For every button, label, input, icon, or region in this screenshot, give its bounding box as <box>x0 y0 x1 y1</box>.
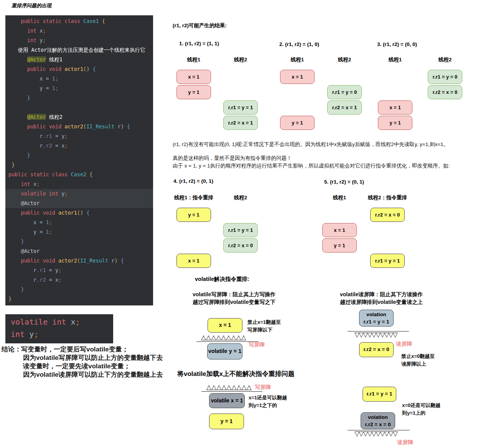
code-line: volatile int y; <box>5 189 153 199</box>
read-barrier-label: 读屏障 <box>396 341 412 348</box>
step-box: x = 1 <box>176 254 211 268</box>
scenario-3-header: 3. (r1, r2) = (0, 0) <box>377 41 417 47</box>
read-barrier-desc: volatile读屏障：阻止其下方读操作 越过读屏障排到volatile变量读之… <box>340 290 423 306</box>
bottom-write-note-line1: x=1还是可以翻越 <box>249 394 287 402</box>
read-barrier-rr2-box: r.r2 = x = 0 <box>359 342 394 357</box>
code-line: @Actor 线程1 <box>8 55 153 64</box>
java-code-case1-case2: public static class Case1 { int x; int y… <box>5 15 153 305</box>
reordering-notes-page: 重排序问题的出现 public static class Case1 { int… <box>0 0 478 448</box>
bottom-read-note-line1: x=0还是可以翻越 <box>402 402 440 409</box>
write-barrier-desc: volatile写屏障：阻止其上方写操作 越过写屏障排到volatile变量写之… <box>193 290 275 306</box>
code-line: 使用 Actor注解的方法压测是会创建一个线程来执行它 <box>8 45 153 55</box>
bottom-volatile-x-box: volatile x = 1 <box>209 393 245 408</box>
scenario-5-header: 5. (r1, r2) = (0, 1) <box>324 179 364 185</box>
code-line: public void actor2(II_Result r) { <box>8 256 153 266</box>
step-box: r.r1 = y = 1 <box>370 254 405 268</box>
read-barrier-line: ▽▽▽▽▽▽▽▽▽▽ <box>348 331 409 338</box>
write-barrier-note-line1: 禁止x=1翻越至 <box>247 318 281 326</box>
step-box: r.r1 = y = 1 <box>223 223 258 237</box>
write-barrier-volatile-box: volatile y = 1 <box>207 343 242 359</box>
volatile-section-title: volatile解决指令重排: <box>195 276 249 283</box>
code-line: } <box>8 285 153 294</box>
conclusion-line-1: 结论：写变量时，一定要后写volatile变量； <box>2 345 129 354</box>
step-box: x = 1 <box>322 223 357 237</box>
read-barrier-triangles-icon: ▽▽▽▽▽▽▽▽▽▽ <box>354 331 397 338</box>
code-line: int x; <box>8 179 153 189</box>
bottom-volation-box: volation r.r2 = x = 0 <box>361 412 395 429</box>
bottom-write-note-line2: 到y=1之下的 <box>249 402 287 409</box>
code-line: public void actor2(II_Result r) { <box>8 122 153 131</box>
scenario-4-diagram: 线程1：指令重排线程2y = 1r.r1 = y = 1r.r2 = x = 0… <box>176 194 265 275</box>
analysis-line-2: 真的是这样的吗，显然不是因为有指令重排的问题！ <box>173 155 292 162</box>
thread-label: 线程2 <box>234 194 247 201</box>
thread-label: 线程2 <box>234 56 247 63</box>
code-line: public static class Case1 { <box>8 16 153 26</box>
read-barrier-desc-line1: volatile读屏障：阻止其下方读操作 <box>340 290 423 298</box>
step-box: r.r1 = y = 0 <box>327 85 362 99</box>
write-barrier-desc-line2: 越过写屏障排到volatile变量写之下 <box>193 298 275 306</box>
bottom-write-barrier-line: △△△△△△△△△ <box>201 383 262 392</box>
step-box: x = 1 <box>378 100 412 115</box>
thread-label: 线程1：指令重排 <box>174 194 213 201</box>
code-line: @Actor <box>8 246 153 256</box>
code-line <box>8 103 153 112</box>
code-line: y = 1; <box>8 227 153 237</box>
scenario-4-header: 4. (r1, r2) = (0, 1) <box>173 178 213 184</box>
write-barrier-desc-line1: volatile写屏障：阻止其上方写操作 <box>193 290 275 298</box>
thread-label: 线程1 <box>389 56 402 63</box>
code-line: volatile int x; <box>11 316 113 328</box>
conclusion-line-4: 因为volatile读屏障可以防止下方的变量翻越上去 <box>23 371 163 379</box>
bottom-read-barrier-label: 读屏障 <box>397 439 413 446</box>
read-barrier-desc-line2: 越过读屏障排到volatile变量读之上 <box>340 298 423 306</box>
code-line: } <box>8 160 153 170</box>
scenario-2-header: 2. (r1, r2) = (1, 0) <box>279 41 319 47</box>
code-line: r.r2 = x; <box>8 141 153 151</box>
step-box: r.r2 = x = 1 <box>223 116 258 130</box>
bottom-read-barrier-triangles-icon: ▽▽▽▽▽▽▽▽▽▽ <box>354 430 397 437</box>
code-line: } <box>8 93 153 103</box>
thread-label: 线程2 <box>438 56 452 63</box>
step-box: x = 1 <box>280 70 315 84</box>
write-barrier-x1-box: x = 1 <box>208 318 242 333</box>
code-line: public void actor1() { <box>8 64 153 74</box>
thread-label: 线程2：指令重排 <box>368 194 407 201</box>
write-barrier-triangles-icon: △△△△△△△△△ <box>196 333 246 341</box>
step-box: x = 1 <box>176 70 211 84</box>
code-line: } <box>8 237 153 246</box>
code-line: } <box>8 151 153 160</box>
step-box: r.r1 = y = 1 <box>223 100 258 115</box>
code-line: int y; <box>8 36 153 45</box>
bottom-read-barrier-line: ▽▽▽▽▽▽▽▽▽▽ <box>348 430 410 437</box>
analysis-line-1: (r1, r2)有没有可能出现(0, 1)呢:正常情况下是不会出现的。因为线程1… <box>173 141 448 148</box>
thread-label: 线程2 <box>338 56 351 63</box>
bottom-read-note-line2: 到y=1上的 <box>402 409 440 417</box>
bottom-section-title: 将volatile加载x上不能解决指令重排问题 <box>177 369 295 378</box>
bottom-write-barrier-note: x=1还是可以翻越 到y=1之下的 <box>249 394 287 409</box>
scenario-1-diagram: 线程1线程2x = 1y = 1r.r1 = y = 1r.r2 = x = 1 <box>176 56 265 137</box>
write-barrier-note: 禁止x=1翻越至 写屏障以下 <box>247 318 281 334</box>
code-line: @Actor <box>5 199 153 208</box>
code-line: public static class Case2 { <box>8 170 153 179</box>
read-barrier-note: 禁止x=0翻越至 读屏障以上 <box>401 353 435 368</box>
code-line: r.r2 = x; <box>8 275 153 285</box>
bottom-write-barrier-triangles-icon: △△△△△△△△△ <box>201 383 252 391</box>
step-box: y = 1 <box>176 208 211 222</box>
bottom-write-barrier-label: 写屏障 <box>255 384 271 391</box>
read-barrier-volation-line2: r.r1 = y = 1 <box>359 318 393 325</box>
page-title: 重排序问题的出现 <box>12 2 51 9</box>
analysis-line-3: 由于 x = 1, y = 1执行的顺序对程序的运行结果不产生影响，所以虚拟机可… <box>173 162 450 169</box>
conclusion-line-2: 因为volatile写屏障可以防止上方的变量翻越下去 <box>23 354 163 362</box>
step-box: y = 1 <box>280 116 315 130</box>
bottom-y1-box: y = 1 <box>209 414 244 429</box>
step-box: y = 1 <box>322 238 357 253</box>
code-line: int x; <box>8 26 153 36</box>
code-line: public void actor1() { <box>8 208 153 218</box>
step-box: r.r2 = x = 1 <box>327 100 362 115</box>
code-line: @Actor 线程2 <box>8 112 153 122</box>
scenario-2-diagram: 线程1线程2x = 1r.r1 = y = 0r.r2 = x = 1y = 1 <box>280 56 368 137</box>
bottom-volation-line1: volation <box>361 414 395 421</box>
code-line: x = 1; <box>8 218 153 227</box>
code-line: y = 1; <box>8 84 153 93</box>
read-barrier-volation-box: volation r.r1 = y = 1 <box>359 310 394 327</box>
step-box: r.r1 = y = 0 <box>428 70 462 84</box>
